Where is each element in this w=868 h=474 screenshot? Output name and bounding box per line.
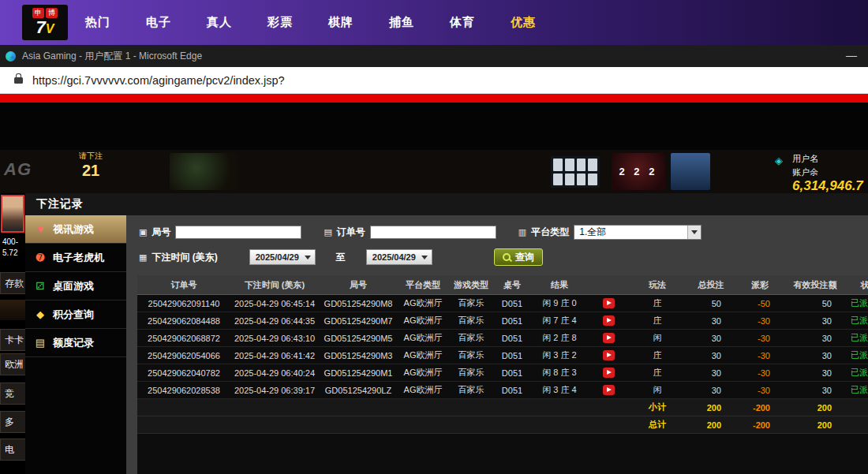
round-input[interactable] (175, 226, 301, 239)
nav-item-lottery[interactable]: 彩票 (268, 15, 293, 30)
header-platform: 平台类型 (398, 275, 448, 295)
header-time: 下注时间 (美东) (230, 275, 319, 295)
platform-icon: ▥ (518, 227, 526, 237)
table-row: 250429062084488 2025-04-29 06:44:35 GD05… (137, 312, 868, 330)
nav-item-promotions[interactable]: 优惠 (511, 15, 536, 30)
sidebar-label: 积分查询 (53, 308, 94, 322)
cell-payout: -50 (735, 295, 784, 312)
replay-play-button[interactable] (603, 368, 615, 378)
rail-item-europe[interactable]: 欧洲 (0, 353, 25, 375)
cell-round: GD051254290M5 (319, 330, 398, 347)
cell-status: 已派彩 (846, 330, 868, 347)
sidebar-item-video-games[interactable]: ♥ 视讯游戏 (25, 215, 126, 244)
screen: 申 博 7 V 热门 电子 真人 彩票 棋牌 捕鱼 体育 优惠 Asia Gam… (0, 0, 868, 474)
cell-order: 250429062028538 (137, 382, 230, 399)
chevron-down-icon (305, 256, 311, 259)
cell-total-bet: 30 (687, 364, 735, 382)
replay-play-button[interactable] (603, 315, 615, 326)
user-diamond-icon: ◈ (775, 155, 783, 166)
date-from-value: 2025/04/29 (256, 252, 299, 262)
left-rail: 400- 5.72 存款 卡卡 欧洲 竞 多 电 (0, 193, 25, 474)
cell-total-bet: 30 (687, 347, 735, 364)
cell-platform: AG欧洲厅 (398, 382, 448, 399)
sidebar-item-quota-records[interactable]: ▤ 额度记录 (25, 329, 126, 357)
order-icon: ▤ (324, 227, 331, 237)
table-row: 250429062091140 2025-04-29 06:45:14 GD05… (137, 295, 868, 312)
nav-item-live[interactable]: 真人 (207, 15, 232, 30)
cell-table-no: D051 (494, 347, 530, 364)
header-status: 状态 (846, 275, 868, 295)
rail-item-electronic[interactable]: 电 (0, 439, 25, 461)
to-label: 至 (336, 251, 346, 264)
cell-time: 2025-04-29 06:45:14 (230, 295, 319, 312)
nav-item-board-games[interactable]: 棋牌 (328, 15, 354, 30)
cell-total-bet: 30 (687, 312, 735, 330)
cell-platform: AG欧洲厅 (398, 330, 448, 347)
cell-platform: AG欧洲厅 (398, 312, 448, 330)
header-total-bet: 总投注 (687, 275, 735, 295)
cell-valid-bet: 30 (784, 364, 846, 382)
site-logo[interactable]: 申 博 7 V (22, 5, 68, 40)
date-from-picker[interactable]: 2025/04/29 (249, 249, 316, 265)
cell-valid-bet: 30 (784, 382, 846, 399)
window-title: Asia Gaming - 用户配置 1 - Microsoft Edge (22, 50, 202, 63)
cell-table-no: D051 (494, 312, 530, 330)
rail-item-deposit[interactable]: 存款 (0, 272, 25, 294)
filter-row-2: ▦ 下注时间 (美东) 2025/04/29 至 2025/04/29 查 (139, 248, 543, 266)
sidebar-item-table-games[interactable]: ⚂ 桌面游戏 (25, 272, 126, 300)
replay-play-button[interactable] (603, 350, 615, 360)
rail-item-cards[interactable]: 卡卡 (0, 329, 25, 351)
date-to-picker[interactable]: 2025/04/29 (366, 249, 432, 265)
top-nav: 申 博 7 V 热门 电子 真人 彩票 棋牌 捕鱼 体育 优惠 (0, 0, 868, 45)
header-table-no: 桌号 (494, 275, 530, 295)
sidebar-label: 额度记录 (53, 336, 94, 350)
logo-word: 7 V (36, 18, 54, 37)
minimize-button[interactable]: — (846, 45, 857, 67)
cell-result: 闲 2 庄 8 (530, 330, 589, 347)
platform-label: 平台类型 (531, 226, 569, 239)
cell-table-no: D051 (494, 382, 530, 399)
cell-round: GD051254290M3 (319, 347, 398, 364)
rail-item-multi[interactable]: 多 (0, 411, 25, 433)
cell-platform: AG欧洲厅 (398, 347, 448, 364)
sidebar-item-slot-machines[interactable]: ➐ 电子老虎机 (25, 244, 126, 272)
replay-play-button[interactable] (603, 333, 615, 343)
table-header-row: 订单号 下注时间 (美东) 局号 平台类型 游戏类型 桌号 结果 玩法 总投注 (137, 275, 868, 295)
sidebar-item-points-query[interactable]: ◆ 积分查询 (25, 300, 126, 329)
platform-selected-value: 1.全部 (579, 226, 606, 239)
nav-item-sports[interactable]: 体育 (450, 15, 475, 30)
order-input[interactable] (370, 226, 496, 239)
replay-play-button[interactable] (603, 385, 615, 395)
rail-promo-thumbnail (0, 300, 25, 320)
grandtotal-valid: 200 (784, 416, 846, 434)
logo-7: 7 (36, 18, 46, 37)
bet-timer: 请下注 21 (79, 151, 103, 179)
edge-tab-icon (6, 51, 16, 62)
rail-item-competition[interactable]: 竞 (0, 383, 25, 405)
cell-status: 已派彩 (846, 295, 868, 312)
subtotal-row: 小计 200 -200 200 (137, 399, 868, 416)
cell-round: GD051254290LZ (319, 382, 398, 399)
search-button[interactable]: 查询 (494, 248, 543, 266)
time-label: 下注时间 (美东) (152, 251, 217, 264)
round-filter: ▣ 局号 (139, 226, 301, 239)
nav-item-hot[interactable]: 热门 (85, 15, 110, 30)
lock-icon[interactable] (14, 77, 23, 84)
header-round: 局号 (319, 275, 398, 295)
game-thumbnail-2 (671, 153, 710, 190)
address-bar[interactable]: https://gci.7vvvvvv.com/agingame/pcv2/in… (0, 67, 868, 94)
nav-item-slots[interactable]: 电子 (146, 15, 171, 30)
cell-result: 闲 3 庄 4 (530, 382, 589, 399)
platform-select[interactable]: 1.全部 (574, 225, 702, 240)
username-label: 用户名 (792, 153, 818, 165)
game-thumbnail-1 (170, 153, 237, 190)
cell-method: 庄 (628, 347, 687, 364)
cell-result: 闲 8 庄 3 (530, 364, 589, 382)
balance-label: 账户余 (792, 166, 818, 178)
balance-value: 6,314,946.7 (792, 178, 863, 194)
replay-play-button[interactable] (603, 298, 615, 308)
chevron-down-icon[interactable] (687, 226, 701, 239)
url-text[interactable]: https://gci.7vvvvvv.com/agingame/pcv2/in… (32, 74, 285, 87)
sidebar-label: 电子老虎机 (53, 251, 104, 265)
nav-item-fishing[interactable]: 捕鱼 (389, 15, 414, 30)
